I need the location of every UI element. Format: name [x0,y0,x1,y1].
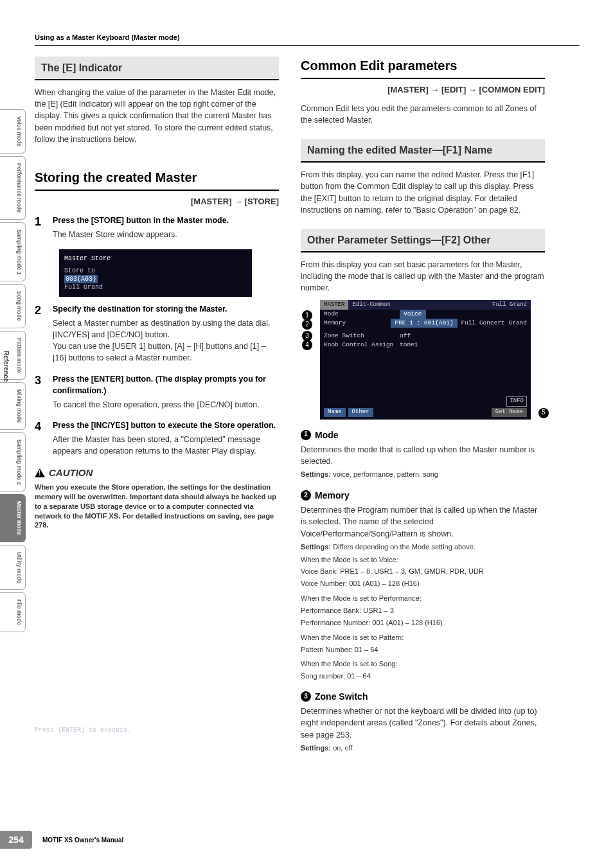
caution-body: When you execute the Store operation, th… [35,483,279,530]
common-edit-intro: Common Edit lets you edit the parameters… [301,103,545,126]
lcd2-r4v: tone1 [400,341,418,350]
mem-perf-a: When the Mode is set to Performance: [301,594,545,603]
step-1-body: The Master Store window appears. [53,229,279,240]
param-mode-head: 1 Mode [301,429,545,441]
lcd2-right: Full Grand [488,300,531,310]
num-circle-3: 3 [301,691,311,702]
lcd-screenshot-store: Master Store Store to 003(A03) Full Gran… [59,249,252,297]
lcd2-btn-name: Name [324,408,346,416]
num-circle-1: 1 [301,430,311,440]
lcd-footer: Press [ENTER] to execute. [35,726,131,734]
mem-voice-a: When the Mode is set to Voice: [301,555,545,565]
page-footer: 254 MOTIF XS Owner's Manual [0,831,123,849]
heading-common-edit: Common Edit parameters [301,57,545,79]
f2-other-body: From this display you can set basic para… [301,259,545,294]
mem-pattern-b: Pattern Number: 01 – 64 [301,645,545,655]
step-3-title: Press the [ENTER] button. (The display p… [53,373,279,396]
param-zone-settings: Settings: on, off [301,743,545,754]
tab-sampling-mode-1[interactable]: Sampling mode 1 [0,222,26,281]
lcd2-info: INFO [506,396,527,406]
tab-file-mode[interactable]: File mode [0,592,26,632]
mem-pattern-a: When the Mode is set to Pattern: [301,633,545,642]
lcd-line3: Full Grand [64,283,247,292]
step-4-body: After the Master has been stored, a "Com… [53,434,279,457]
left-column: The [E] Indicator When changing the valu… [35,57,279,754]
heading-f2-other: Other Parameter Settings—[F2] Other [301,229,545,252]
lcd2-r2l: Memory [324,319,391,328]
reference-label: Reference [3,351,10,382]
tab-song-mode[interactable]: Song mode [0,284,26,328]
step-2-title: Specify the destination for storing the … [53,303,279,315]
manual-name: MOTIF XS Owner's Manual [42,837,123,844]
lcd2-r2v1: PRE 1 : 001(A01) [391,319,457,328]
step-2-body1: Select a Master number as destination by… [53,317,279,341]
callout-2: 2 [302,319,312,330]
caution-heading: CAUTION [35,466,279,480]
num-circle-2: 2 [301,490,311,500]
mem-perf-c: Performance Number: 001 (A01) – 128 (H16… [301,618,545,628]
tab-voice-mode[interactable]: Voice mode [0,109,26,154]
lcd2-btn-getname: Get Name [492,408,527,416]
param-zone-body: Determines whether or not the keyboard w… [301,705,545,740]
lcd2-btn-other: Other [348,408,373,416]
param-mode-name: Mode [315,429,339,441]
right-column: Common Edit parameters [MASTER] → [EDIT]… [301,57,545,754]
param-mode-settings: Settings: voice, performance, pattern, s… [301,470,545,480]
step-1-title: Press the [STORE] button in the Master m… [53,215,279,226]
callout-5: 5 [538,408,549,418]
lcd-line2: 003(A03) [64,275,98,283]
lcd2-r4l: Knob Control Assign [324,341,400,350]
param-zone-name: Zone Switch [315,690,368,703]
step-2: Specify the destination for storing the … [35,303,279,364]
param-mode-body: Determines the mode that is called up wh… [301,444,545,467]
param-memory-name: Memory [315,489,350,502]
steps-list-cont: Specify the destination for storing the … [35,303,279,457]
page-number: 254 [0,831,32,849]
step-3: Press the [ENTER] button. (The display p… [35,373,279,411]
nav-path-store: [MASTER] → [STORE] [35,196,279,208]
step-2-body2: You can use the [USER 1] button, [A] – [… [53,341,279,364]
lcd2-r1v: Voice [400,310,426,319]
heading-e-indicator: The [E] Indicator [35,57,279,80]
e-indicator-body: When changing the value of the parameter… [35,87,279,145]
mem-voice-b: Voice Bank: PRE1 – 8, USR1 – 3, GM, GMDR… [301,567,545,576]
step-4-title: Press the [INC/YES] button to execute th… [53,420,279,431]
lcd2-r3l: Zone Switch [324,332,400,341]
lcd2-tab-master: MASTER [320,300,348,310]
tab-master-mode[interactable]: Master mode [0,494,26,542]
nav-path-common-edit: [MASTER] → [EDIT] → [COMMON EDIT] [301,84,545,96]
heading-f1-name: Naming the edited Master—[F1] Name [301,139,545,163]
lcd-screenshot-edit-common: 1 2 3 4 5 MASTER Edit-Common Full Grand … [320,300,531,419]
mem-song-b: Song number: 01 – 64 [301,671,545,681]
step-1: Press the [STORE] button in the Master m… [35,215,279,240]
step-4: Press the [INC/YES] button to execute th… [35,420,279,457]
lcd-title: Master Store [64,254,247,263]
lcd2-r3v: off [400,332,411,341]
step-3-body: To cancel the Store operation, press the… [53,399,279,411]
param-memory-body: Determines the Program number that is ca… [301,504,545,539]
header-breadcrumb: Using as a Master Keyboard (Master mode) [35,33,180,41]
lcd2-r1l: Mode [324,310,400,319]
lcd2-tab-edit: Edit-Common [348,300,394,310]
caution-label: CAUTION [49,466,93,480]
mem-perf-b: Performance Bank: USR1 – 3 [301,606,545,616]
tab-mixing-mode[interactable]: Mixing mode [0,382,26,430]
param-memory-settings: Settings: Differs depending on the Mode … [301,542,545,553]
heading-storing-master: Storing the created Master [35,168,279,191]
param-zone-head: 3 Zone Switch [301,690,545,703]
param-memory-head: 2 Memory [301,489,545,502]
warning-icon [35,468,45,477]
header-rule [35,45,580,46]
steps-list: Press the [STORE] button in the Master m… [35,215,279,240]
tab-utility-mode[interactable]: Utility mode [0,545,26,590]
f1-name-body: From this display, you can name the edit… [301,169,545,216]
callout-4: 4 [302,340,312,350]
tab-sampling-mode-2[interactable]: Sampling mode 2 [0,432,26,492]
mem-song-a: When the Mode is set to Song: [301,659,545,669]
lcd-line1: Store to [64,267,247,275]
tab-performance-mode[interactable]: Performance mode [0,156,26,220]
lcd2-r2v2: Full Concert Grand [461,319,527,328]
mem-voice-c: Voice Number: 001 (A01) – 128 (H16) [301,579,545,589]
